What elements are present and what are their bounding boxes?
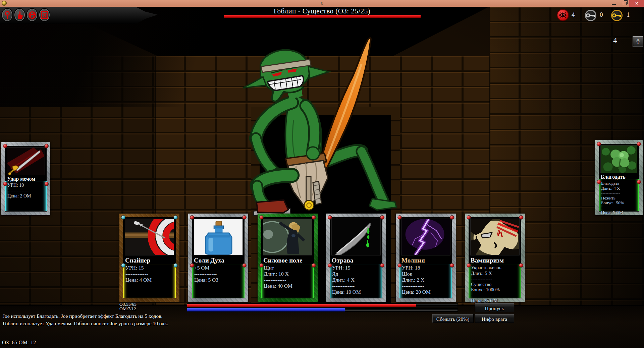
player-mp-fill [187, 308, 345, 311]
card-title: Отрава [332, 257, 381, 264]
gem-icon [450, 215, 454, 220]
enemy-hp-bar [224, 15, 421, 18]
combat-log-line: Joe использует Благодать. Joe приобретае… [3, 313, 162, 319]
maximize-button[interactable] [620, 0, 629, 7]
gem-icon [242, 263, 247, 268]
gem-icon [173, 215, 178, 220]
card-stat-line: ------------- [194, 271, 244, 277]
hand-card-sniper[interactable]: Снайпер УРН: 15 ------------- Цена: 4 ОМ [119, 214, 179, 302]
hand-pointer-icon[interactable] [14, 9, 25, 21]
gem-icon [380, 263, 384, 268]
demon-eye-count: 4 [572, 11, 575, 18]
hand-card-vampirism[interactable]: Вампиризм Украсть жизнь Длит.: 5 Х -----… [465, 214, 525, 302]
card-stat-line: Шок [402, 271, 451, 277]
player-mp-bar [187, 308, 458, 312]
card-stat-line: Нежить [601, 196, 638, 201]
card-stat-line: Существо [471, 282, 520, 287]
card-stat-line: +5 ОМ [194, 265, 244, 271]
card-stat-line: УРН: 10 [7, 183, 46, 188]
poison-blade-art [331, 219, 381, 255]
close-button[interactable]: × [629, 0, 644, 7]
gem-icon [519, 215, 523, 220]
flee-button[interactable]: Сбежать (20%) [432, 314, 474, 323]
sword-strike-art [7, 147, 45, 175]
card-stats: Благодать Длит.: 4 Х ------------- Нежит… [601, 181, 638, 215]
spirit-salts-bottle-art [194, 219, 243, 255]
force-field-art [263, 219, 312, 255]
silver-key-icon [585, 10, 596, 21]
card-stat-line: Длит.: 5 Х [471, 271, 520, 276]
card-stat-line: Длит.: 10 Х [264, 271, 313, 277]
gem-icon [597, 180, 601, 184]
minimize-button[interactable] [609, 0, 619, 7]
gem-icon [121, 263, 125, 268]
hand-card-spirit-salts[interactable]: Соли Духа +5 ОМ ------------- Цена: 5 ОЗ [188, 214, 248, 302]
gem-icon [259, 263, 264, 268]
card-title: Благодать [601, 174, 638, 180]
player-stats-footer: ОЗ: 65 ОМ: 12 [2, 339, 36, 346]
card-stat-line: Длит.: 2 Х [402, 277, 451, 283]
card-stat-line: Цена: 10 ОМ [332, 289, 381, 295]
card-stat-line: ------------- [402, 283, 451, 289]
gem-icon [242, 215, 247, 220]
skip-turn-button[interactable]: Пропуск [475, 303, 514, 312]
card-stat-line: Цена: 20 ОМ [402, 289, 451, 295]
gem-icon [190, 215, 194, 220]
grace-clover-art [600, 145, 637, 173]
card-title: Удар мечом [7, 176, 46, 182]
gem-icon [597, 142, 601, 146]
gem-icon [637, 180, 641, 184]
gem-icon [450, 263, 454, 268]
sniper-target-art [125, 219, 174, 255]
window-titlebar: 0 × [0, 0, 644, 7]
card-stat-line: Длит.: 4 Х [332, 277, 381, 283]
card-stat-line: УРН: 18 [402, 265, 451, 271]
card-stats: Украсть жизнь Длит.: 5 Х ------------- С… [471, 265, 520, 304]
card-title: Молния [401, 257, 451, 264]
hand-card-force-field[interactable]: Силовое поле Щит Длит.: 10 Х -----------… [258, 214, 318, 302]
gem-icon [637, 142, 641, 146]
card-stat-line: Бонус: -50% [601, 200, 638, 206]
card-stat-line: Цена: 40 ОМ [264, 283, 313, 289]
hand-card-lightning[interactable]: Молния УРН: 18 Шок Длит.: 2 Х ----------… [396, 214, 456, 302]
player-mp-label: ОМ:7/12 [119, 306, 136, 311]
card-stat-line: ------------- [125, 271, 175, 277]
wand-icon[interactable] [2, 9, 12, 21]
gem-icon [328, 263, 332, 268]
gem-icon [173, 263, 178, 268]
gem-icon [44, 144, 49, 148]
gem-icon [121, 215, 125, 220]
game-window: 0 × Гоблин - Существо (ОЗ: 25/25) 4 0 1 … [0, 0, 644, 348]
enemy-info-button[interactable]: Инфо врага [475, 314, 514, 323]
hourglass-icon[interactable] [39, 9, 50, 21]
gem-icon [3, 144, 7, 148]
card-title: Вампиризм [471, 257, 520, 264]
active-effect-card-grace[interactable]: Благодать Благодать Длит.: 4 Х ---------… [595, 140, 643, 215]
floor-number: 4 [613, 36, 617, 45]
card-title: Силовое поле [263, 257, 313, 264]
gem-icon [467, 263, 471, 268]
card-stat-line: Цена: 5 ОМ [601, 210, 638, 215]
card-stat-line: Яд [332, 271, 381, 277]
hand-card-poison[interactable]: Отрава УРН: 15 Яд Длит.: 4 Х -----------… [326, 214, 386, 302]
gem-icon [190, 263, 194, 268]
card-stat-line: Длит.: 4 Х [601, 186, 638, 191]
player-hp-bar [187, 303, 458, 307]
dungeon-scene [0, 7, 644, 348]
goblin-enemy-sprite [205, 33, 400, 224]
gem-icon [380, 215, 384, 220]
equipped-card-sword-strike[interactable]: Удар мечом УРН: 10 ------------- Цена: 2… [1, 142, 50, 215]
card-stats: УРН: 18 Шок Длит.: 2 Х ------------- Цен… [402, 265, 451, 295]
gem-icon [312, 263, 316, 268]
card-stat-line: ------------- [7, 188, 46, 193]
lightning-art [401, 219, 450, 255]
card-stat-line: ------------- [471, 276, 520, 282]
orb-icon[interactable] [27, 9, 37, 21]
card-stats: УРН: 15 Яд Длит.: 4 Х ------------- Цена… [332, 265, 381, 295]
vampirism-art [470, 219, 520, 255]
card-stat-line: Украсть жизнь [471, 265, 520, 271]
card-stat-line: ------------- [264, 277, 313, 283]
ankh-icon[interactable]: ☥ [633, 36, 643, 47]
gold-key-icon [611, 10, 623, 21]
card-stat-line: УРН: 15 [125, 265, 175, 271]
